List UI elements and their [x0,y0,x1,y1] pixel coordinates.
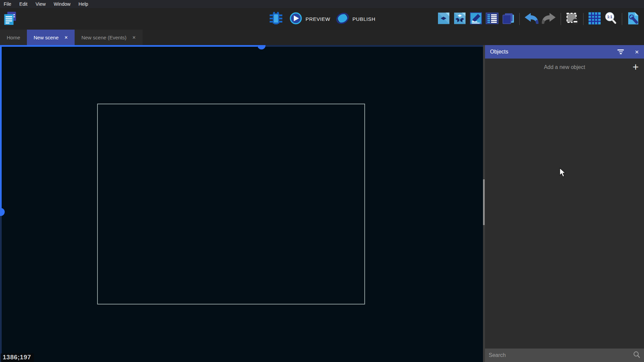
undo-icon [524,12,539,26]
publish-button[interactable]: PUBLISH [336,11,376,27]
menu-window[interactable]: Window [50,1,75,7]
debug-button[interactable] [268,10,284,28]
instances-list-icon [485,12,499,26]
deselect-button[interactable] [565,11,579,27]
redo-button[interactable] [541,11,557,27]
vertical-scroll-handle[interactable] [0,208,5,216]
panel-divider[interactable] [483,45,485,362]
canvas-scrollbar-thumb[interactable] [483,179,485,225]
add-new-object-row[interactable]: Add a new object + [485,59,644,76]
menu-file[interactable]: File [3,1,15,7]
zoom-1-1-button[interactable]: 1:1 [603,11,618,27]
close-icon[interactable]: ✕ [64,35,68,40]
close-icon: ✕ [635,49,639,55]
close-panel-button[interactable]: ✕ [635,49,639,55]
toolbar-right-group: 1:1 [436,11,641,27]
tab-label: Home [7,35,20,40]
menu-view[interactable]: View [32,1,50,7]
toolbar-separator [583,13,583,25]
undo-button[interactable] [523,11,539,27]
objects-panel: Objects ✕ Add a new object + [485,45,644,362]
tab-bar: Home New scene ✕ New scene (Events) ✕ [0,30,644,45]
publish-icon [336,12,349,26]
zoom-ratio-label: 1:1 [607,15,612,19]
object-groups-icon [453,12,467,26]
tab-new-scene-events[interactable]: New scene (Events) ✕ [75,30,143,45]
horizontal-scroll-handle[interactable] [257,45,266,49]
horizontal-scroll-thumb[interactable] [0,45,257,47]
publish-label: PUBLISH [353,16,375,22]
app-window: File Edit View Window Help [0,0,644,362]
properties-icon [469,12,483,26]
tab-label: New scene (Events) [81,35,126,40]
zoom-1-1-icon: 1:1 [604,12,617,26]
preview-label: PREVIEW [306,16,330,22]
setup-icon [627,12,640,26]
layers-icon [501,12,515,26]
debug-icon [269,11,283,27]
content-area: 1386;197 Objects ✕ [0,45,644,362]
tab-label: New scene [34,35,58,40]
game-window-frame [97,104,365,304]
search-input[interactable] [489,352,633,358]
grid-icon [588,12,601,26]
preview-button[interactable]: PREVIEW [289,11,331,27]
objects-panel-title: Objects [490,49,617,55]
objects-editor-icon [437,12,450,26]
menu-help[interactable]: Help [75,1,92,7]
cursor-coordinates: 1386;197 [1,353,34,362]
instances-list-button[interactable] [485,11,499,27]
toolbar-separator [622,13,622,25]
deselect-icon [565,12,579,26]
grid-button[interactable] [587,11,602,27]
menu-edit[interactable]: Edit [15,1,32,7]
toolbar-separator [561,13,561,25]
vertical-scroll-thumb[interactable] [0,47,2,208]
objects-list-empty-area [485,76,644,349]
filter-icon [617,49,624,54]
toolbar-center-group: PREVIEW PUBLISH [268,10,376,28]
project-manager-button[interactable] [3,10,17,27]
search-icon [633,351,640,360]
scene-canvas[interactable]: 1386;197 [0,45,483,362]
objects-panel-header: Objects ✕ [485,45,644,59]
add-object-button[interactable]: + [633,63,639,72]
preview-play-icon [289,12,302,26]
objects-editor-button[interactable] [436,11,451,27]
object-groups-button[interactable] [452,11,467,27]
layers-button[interactable] [501,11,516,27]
filter-button[interactable] [617,49,624,54]
toolbar: PREVIEW PUBLISH [0,8,644,30]
close-icon[interactable]: ✕ [132,35,136,40]
search-bar [485,349,644,362]
redo-icon [541,12,556,26]
toolbar-separator [519,13,520,25]
tab-home[interactable]: Home [0,30,27,45]
add-new-object-label: Add a new object [544,64,585,70]
plus-icon: + [633,61,639,73]
tab-new-scene[interactable]: New scene ✕ [27,30,75,45]
menu-bar: File Edit View Window Help [0,0,644,8]
properties-button[interactable] [469,11,483,27]
setup-button[interactable] [626,11,641,27]
project-manager-icon [3,11,17,27]
